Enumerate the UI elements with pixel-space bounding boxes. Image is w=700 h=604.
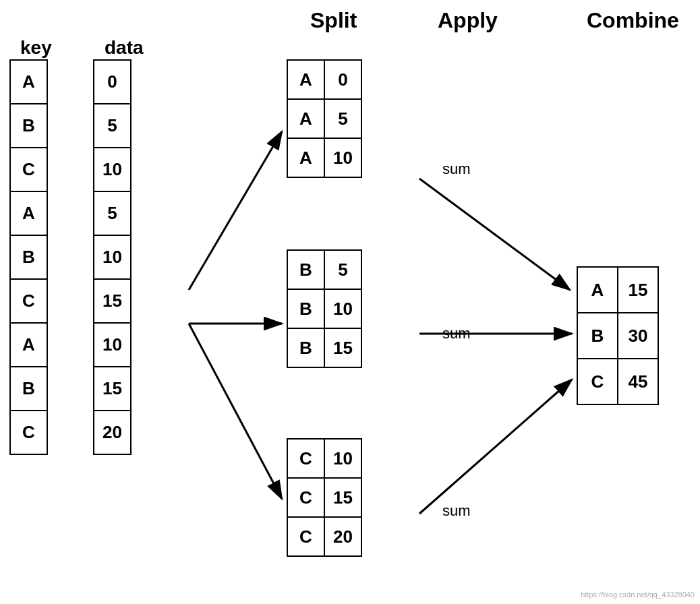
key-label: key (20, 37, 52, 59)
apply-title: Apply (438, 8, 498, 33)
data-label: data (105, 37, 144, 59)
split-group-c: C10C15C20 (287, 438, 362, 557)
split-title: Split (310, 8, 357, 33)
result-table: A15B30C45 (577, 266, 659, 405)
sum-label-b: sum (442, 325, 471, 342)
combine-title: Combine (587, 8, 679, 33)
key-table: ABCABCABC (9, 59, 48, 455)
svg-line-6 (419, 380, 572, 514)
watermark: https://blog.csdn.net/qq_43328040 (581, 591, 695, 599)
sum-label-c: sum (442, 502, 471, 520)
split-group-a: A0A5A10 (287, 59, 362, 178)
svg-line-3 (189, 324, 282, 499)
svg-line-1 (189, 131, 282, 290)
data-table: 051051015101520 (93, 59, 132, 455)
split-group-b: B5B10B15 (287, 249, 362, 368)
sum-label-a: sum (442, 160, 471, 178)
svg-line-4 (419, 179, 570, 290)
